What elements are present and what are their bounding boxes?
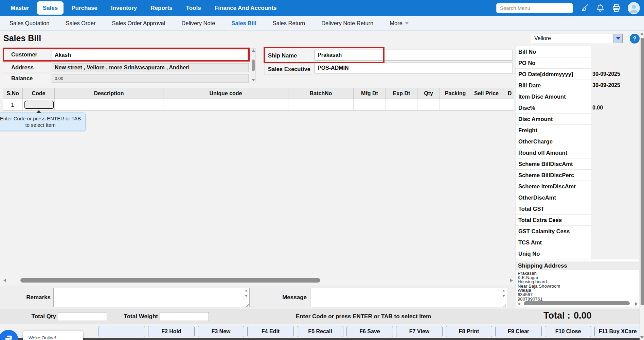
grid-column-header[interactable]: D [502,88,514,99]
page-vertical-scrollbar[interactable] [640,31,644,340]
scroll-up-icon[interactable] [640,33,644,35]
main-menu-item[interactable]: Master [5,1,35,15]
summary-row-value[interactable] [591,170,639,181]
grid-column-header[interactable]: Mfg Dt [354,88,386,99]
grid-column-header[interactable]: Code [23,88,55,99]
item-code-input[interactable] [24,101,54,109]
main-menu-item[interactable]: Finance And Accounts [209,1,283,15]
scroll-left-icon[interactable] [3,279,6,282]
main-menu-item[interactable]: Purchase [66,1,103,15]
notifications-bell-icon[interactable] [596,3,605,13]
summary-row-value[interactable]: 30-09-2025 [591,69,639,80]
customer-panel-scrollbar[interactable] [251,48,256,82]
grid-column-header[interactable]: Sell Price [471,88,502,99]
summary-row-value[interactable] [591,147,639,158]
submenu-item[interactable]: Sales Order [59,20,102,27]
grid-horizontal-scrollbar[interactable] [3,277,514,283]
sidebar-horizontal-scrollbar[interactable] [517,301,639,306]
scroll-thumb[interactable] [20,278,320,283]
select-arrow-icon[interactable] [613,34,622,43]
summary-row-value[interactable] [591,215,639,226]
resize-handle-icon[interactable] [245,303,249,306]
function-key-button[interactable]: F7 View [396,326,443,337]
scroll-right-icon[interactable] [510,279,513,282]
function-key-button[interactable]: F11 Buy XCare [594,326,641,337]
branch-select[interactable]: Vellore [531,34,623,43]
help-icon[interactable]: ? [630,34,640,44]
summary-row-value[interactable] [591,181,639,192]
scroll-thumb[interactable] [524,301,630,305]
main-menu-item[interactable]: Reports [145,1,178,15]
submenu-item[interactable]: Sales Return [266,20,312,27]
summary-row-value[interactable] [591,248,639,259]
summary-row-value[interactable] [591,158,639,170]
summary-row-value[interactable] [591,237,639,248]
summary-row-value[interactable] [591,91,639,102]
total-weight-input[interactable] [160,312,209,321]
textarea-scroll-icons[interactable] [502,289,505,297]
submenu-item[interactable]: Sales Quotation [3,20,56,27]
paint-brush-icon[interactable] [580,3,589,13]
grid-column-header[interactable]: Exp Dt [386,88,417,99]
scroll-up-icon[interactable] [252,49,255,52]
scroll-thumb[interactable] [252,60,255,71]
scroll-left-icon[interactable] [518,302,520,306]
submenu-item[interactable]: More [383,20,416,27]
summary-row-value[interactable] [591,203,639,215]
submenu-item[interactable]: Delivery Note Return [315,20,380,27]
grid-cell[interactable] [440,99,471,111]
resize-handle-icon[interactable] [503,303,506,306]
grid-column-header[interactable]: BatchNo [288,88,354,99]
ship-name-input[interactable] [315,50,513,61]
function-key-button[interactable]: F3 New [198,326,244,337]
function-key-button[interactable]: F8 Print [446,326,492,337]
main-menu-item[interactable]: Tools [180,1,207,15]
function-key-button[interactable]: F4 Edit [247,326,294,337]
summary-row-value[interactable] [591,46,639,57]
submenu-item[interactable]: Delivery Note [175,20,222,27]
scroll-down-icon[interactable] [640,336,644,339]
customer-input[interactable] [52,50,248,60]
scroll-down-icon[interactable] [252,79,255,81]
grid-cell[interactable] [354,99,386,111]
total-qty-input[interactable] [58,312,107,321]
remarks-textarea[interactable] [53,288,250,307]
summary-row-value[interactable] [591,57,639,69]
function-key-button[interactable]: F9 Clear [495,326,542,337]
function-key-button[interactable]: F5 Recall [297,326,343,337]
grid-cell[interactable] [502,99,514,111]
print-icon[interactable] [612,3,621,13]
function-key-button[interactable]: F2 Hold [148,326,195,337]
search-input[interactable] [496,3,573,13]
main-menu-item[interactable]: Inventory [105,1,143,15]
summary-row-value[interactable] [591,136,639,147]
summary-row-value[interactable] [591,114,639,125]
summary-row-value[interactable] [591,226,639,237]
submenu-item[interactable]: Sales Bill [225,20,263,27]
textarea-scroll-icons[interactable] [245,289,248,297]
grid-cell[interactable] [417,99,440,111]
user-avatar[interactable] [628,2,640,14]
grid-column-header[interactable]: Unique code [163,88,288,99]
sales-executive-input[interactable] [315,63,513,73]
grid-column-header[interactable]: Packing [440,88,471,99]
message-textarea[interactable] [310,288,507,307]
grid-cell[interactable] [471,99,502,111]
grid-column-header[interactable]: S.No [3,88,23,99]
main-menu-item[interactable]: Sales [37,1,64,15]
grid-cell[interactable] [288,99,354,111]
summary-row-value[interactable] [591,125,639,136]
submenu-item[interactable]: Sales Order Approval [105,20,172,27]
function-key-button[interactable] [99,326,145,337]
scroll-right-icon[interactable] [635,302,638,306]
grid-cell[interactable] [386,99,417,111]
summary-row-value[interactable]: 0.00 [591,102,639,114]
grid-cell[interactable] [55,99,163,111]
function-key-button[interactable]: F6 Save [346,326,393,337]
function-key-button[interactable]: F10 Close [545,326,591,337]
summary-row-value[interactable] [591,192,639,203]
scroll-thumb[interactable] [641,38,644,305]
grid-cell[interactable] [163,99,288,111]
grid-column-header[interactable]: Qty [417,88,440,99]
grid-column-header[interactable]: Description [55,88,163,99]
